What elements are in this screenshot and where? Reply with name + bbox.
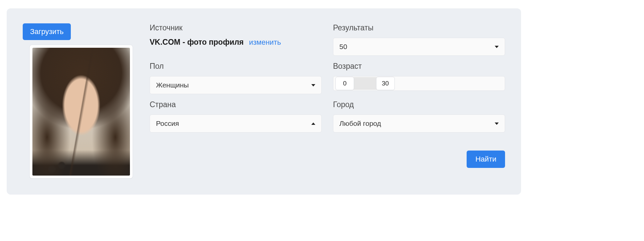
city-select-value: Любой город xyxy=(339,119,381,128)
age-range-slider[interactable]: 0 30 xyxy=(333,76,505,91)
source-value: VK.COM - фото профиля xyxy=(150,38,244,47)
chevron-down-icon xyxy=(495,46,499,48)
photo-frame xyxy=(29,45,133,179)
source-value-row: VK.COM - фото профиля изменить xyxy=(150,38,322,47)
results-select[interactable]: 50 xyxy=(333,38,505,56)
results-label: Результаты xyxy=(333,23,505,32)
gender-field: Пол Женщины xyxy=(150,62,322,94)
results-select-value: 50 xyxy=(339,43,347,51)
search-panel: Загрузить Источник VK.COM - фото профиля… xyxy=(7,8,521,195)
age-max-handle[interactable]: 30 xyxy=(376,77,395,90)
chevron-down-icon xyxy=(495,123,499,125)
age-min-handle[interactable]: 0 xyxy=(335,77,354,90)
age-min-value: 0 xyxy=(343,80,347,87)
country-field: Страна Россия xyxy=(150,100,322,133)
form-footer: Найти xyxy=(150,139,505,168)
city-field: Город Любой город xyxy=(333,100,505,133)
filters-form: Источник VK.COM - фото профиля изменить … xyxy=(150,23,505,179)
city-select[interactable]: Любой город xyxy=(333,114,505,133)
age-label: Возраст xyxy=(333,62,505,71)
upload-button[interactable]: Загрузить xyxy=(23,23,71,40)
gender-select[interactable]: Женщины xyxy=(150,76,322,94)
age-max-value: 30 xyxy=(382,80,389,87)
gender-select-value: Женщины xyxy=(156,81,189,89)
country-label: Страна xyxy=(150,100,322,109)
country-select-value: Россия xyxy=(156,119,179,128)
age-field: Возраст 0 30 xyxy=(333,62,505,94)
chevron-up-icon xyxy=(311,123,315,125)
city-label: Город xyxy=(333,100,505,109)
upload-column: Загрузить xyxy=(23,23,133,179)
gender-label: Пол xyxy=(150,62,322,71)
change-source-link[interactable]: изменить xyxy=(249,38,281,47)
country-select[interactable]: Россия xyxy=(150,114,322,133)
results-field: Результаты 50 xyxy=(333,23,505,56)
chevron-down-icon xyxy=(311,84,315,86)
uploaded-photo[interactable] xyxy=(32,48,130,176)
search-button[interactable]: Найти xyxy=(467,151,505,168)
source-field: Источник VK.COM - фото профиля изменить xyxy=(150,23,322,56)
source-label: Источник xyxy=(150,23,322,32)
age-slider-track: 0 30 xyxy=(335,76,503,90)
